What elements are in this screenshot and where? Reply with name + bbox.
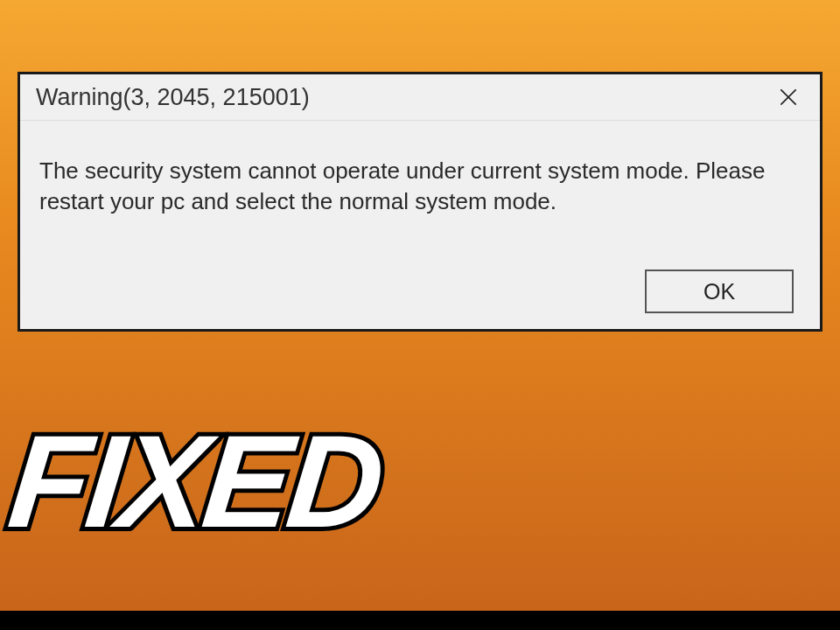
- ok-button[interactable]: OK: [645, 270, 794, 313]
- button-row: OK: [39, 270, 801, 313]
- dialog-title: Warning(3, 2045, 215001): [36, 84, 310, 111]
- dialog-body: The security system cannot operate under…: [20, 121, 820, 329]
- close-button[interactable]: [773, 81, 804, 113]
- titlebar: Warning(3, 2045, 215001): [20, 74, 820, 121]
- warning-dialog: Warning(3, 2045, 215001) The security sy…: [18, 72, 822, 332]
- banner-fixed: FIXED: [4, 423, 386, 541]
- dialog-message: The security system cannot operate under…: [39, 156, 801, 217]
- close-icon: [777, 86, 800, 108]
- bottom-bar: [0, 611, 840, 630]
